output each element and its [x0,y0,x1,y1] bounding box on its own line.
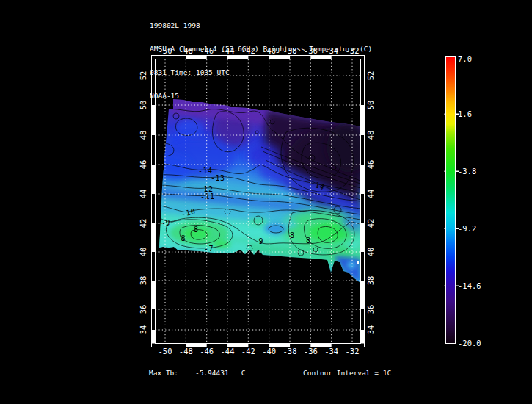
lon-axis-bottom: -50 -48 -46 -44 -42 -40 -38 -36 -34 -32 [158,347,360,356]
colorbar-label: -14.6 [458,281,481,290]
contour-label: 8 [194,226,199,234]
lat-tick-label: 48 [366,131,375,140]
contour-label: -13 [211,174,225,182]
lat-tick-label: 52 [366,71,375,81]
lon-tick-label: -34 [324,46,338,55]
lon-tick-label: -40 [262,347,276,356]
lon-tick-label: -38 [283,347,297,356]
lat-tick-label: 38 [366,276,375,286]
contour-label: 8 [290,231,295,239]
colorbar-label: -20.0 [458,339,481,347]
lon-tick-label: -46 [200,46,214,55]
lon-tick-label: -42 [241,347,255,356]
lat-tick-label: 52 [139,71,147,81]
lon-tick-label: -36 [304,46,318,55]
lon-tick-label: -34 [324,347,338,356]
lon-tick-label: -48 [179,46,193,55]
lat-tick-label: 48 [139,131,147,140]
lat-tick-label: 40 [139,248,147,257]
lat-tick-label: 50 [366,101,375,110]
lon-tick-label: -42 [241,46,255,55]
lat-tick-label: 44 [139,190,147,199]
lat-tick-label: 46 [139,160,147,170]
colorbar-label: 1.6 [458,109,472,118]
lon-tick-label: -48 [179,347,193,356]
max-tb-readout: Max Tb: -5.94431 C [149,369,246,377]
lat-tick-label: 34 [139,325,147,335]
contour-label: -8 [176,234,186,242]
lon-tick-label: -50 [158,46,172,55]
lat-tick-label: 38 [139,276,147,286]
lon-tick-label: -32 [346,347,360,356]
lon-tick-label: -38 [283,46,297,55]
colorbar-gradient [446,57,456,344]
lat-tick-label: 36 [366,305,375,314]
missing-data-pixel [357,261,359,264]
plot-footer: Max Tb: -5.94431 C Contour Interval = 1C [0,369,532,401]
lat-tick-label: 50 [139,101,147,110]
colorbar-label: 7.0 [458,54,472,63]
contour-label: -7 [204,245,214,253]
contour-interval-readout: Contour Interval = 1C [303,369,391,377]
lat-axis-right: 52 50 48 46 44 42 40 38 36 34 [366,71,375,335]
lat-tick-label: 42 [139,219,147,228]
lon-tick-label: -46 [200,347,214,356]
colorbar-label: -9.2 [458,224,476,233]
lon-tick-label: -44 [221,347,235,356]
lon-tick-label: -40 [262,46,276,55]
lon-tick-label: -36 [304,347,318,356]
lat-tick-label: 36 [139,305,147,314]
lat-tick-label: 34 [366,325,375,335]
lon-tick-label: -32 [346,46,360,55]
lon-tick-label: -44 [221,46,235,55]
colorbar: 7.0 1.6 -3.8 -9.2 -14.6 -20.0 [445,54,481,347]
lat-tick-label: 42 [366,219,375,228]
lon-tick-label: -50 [158,347,172,356]
lon-axis-top: -50 -48 -46 -44 -42 -40 -38 -36 -34 -32 [158,46,360,55]
plot-screen: 199802L 1998 AMSU-A Channel 4 (53.6GHz) … [0,0,532,404]
lat-tick-label: 46 [366,160,375,170]
lat-tick-label: 40 [366,248,375,257]
colorbar-label: -3.8 [458,167,476,176]
map-plot: -14 -13 -12 -11 -10 -9 -8 8 -7 -9 8 8 -1… [0,0,532,404]
contour-label: 8 [306,237,311,245]
brightness-temperature-field: -14 -13 -12 -11 -10 -9 -8 8 -7 -9 8 8 -1… [154,95,371,286]
lat-axis-left: 52 50 48 46 44 42 40 38 36 34 [139,71,147,335]
contour-label: -9 [254,237,263,245]
lat-tick-label: 44 [366,190,375,199]
